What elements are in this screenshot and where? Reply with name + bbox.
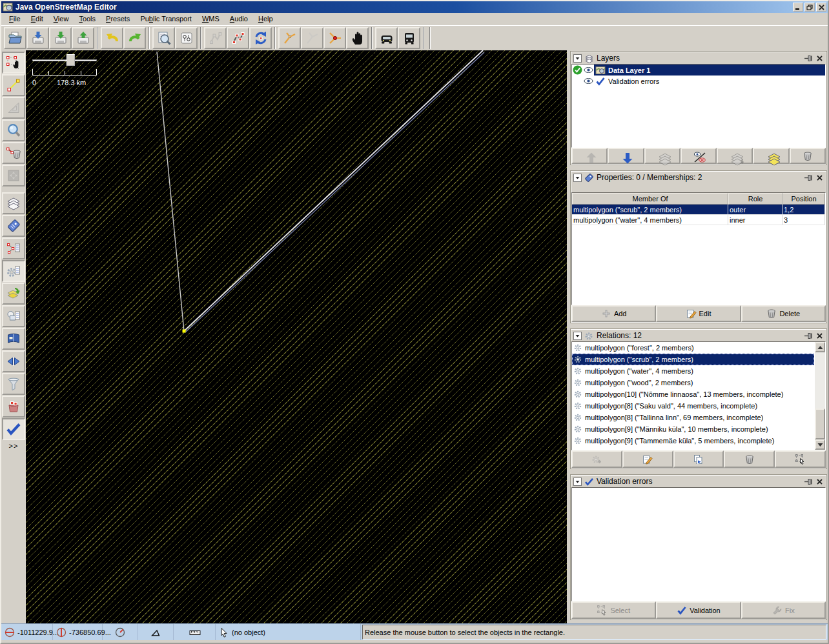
side-toolbar-more[interactable]: >> — [9, 442, 19, 450]
relation-delete-button[interactable] — [724, 450, 775, 468]
properties-dialog-button[interactable] — [2, 215, 25, 237]
menu-edit[interactable]: Edit — [26, 14, 48, 25]
column-header-position[interactable]: Position — [783, 193, 825, 205]
filter-dialog-button[interactable] — [2, 373, 25, 395]
menu-wms[interactable]: WMS — [197, 14, 225, 25]
public-transport-button[interactable] — [398, 27, 420, 49]
relation-select-button[interactable] — [775, 450, 826, 468]
layer-duplicate-button[interactable] — [753, 148, 789, 164]
column-header-role[interactable]: Role — [728, 193, 783, 205]
relation-item[interactable]: multipolygon[8] ("Tallinna linn", 69 mem… — [572, 412, 814, 423]
relation-duplicate-button[interactable] — [673, 450, 724, 468]
save-button[interactable] — [26, 27, 49, 49]
column-header-member-of[interactable]: Member Of — [572, 193, 728, 205]
relation-edit-button[interactable] — [622, 450, 673, 468]
relation-item[interactable]: multipolygon[9] ("Tammemäe küla", 5 memb… — [572, 435, 814, 447]
close-panel-icon[interactable] — [815, 54, 824, 63]
search-button[interactable] — [152, 27, 175, 49]
menu-file[interactable]: File — [4, 14, 26, 25]
close-panel-icon[interactable] — [815, 478, 824, 486]
commandstack-dialog-button[interactable] — [2, 283, 25, 305]
layer-visible-cell[interactable] — [583, 77, 594, 85]
layer-visibility-button[interactable] — [681, 148, 717, 164]
relation-item[interactable]: multipolygon[8] ("Saku vald", 44 members… — [572, 400, 814, 412]
pin-icon[interactable] — [804, 478, 813, 486]
create-multipolygon-button[interactable] — [227, 27, 249, 49]
selection-dialog-button[interactable] — [2, 237, 25, 259]
zoom-slider-handle[interactable] — [67, 54, 75, 66]
scrollbar-track[interactable] — [815, 352, 825, 439]
upload-button[interactable] — [72, 27, 94, 49]
map-zoom-slider[interactable] — [32, 54, 97, 66]
split-way-button[interactable] — [278, 27, 301, 49]
layer-row[interactable]: Validation errors — [572, 75, 825, 86]
car-routing-button[interactable] — [375, 27, 398, 49]
layer-label-cell[interactable]: Validation errors — [594, 75, 825, 86]
membership-row[interactable]: multipolygon ("water", 4 members)inner3 — [572, 215, 825, 225]
membership-row[interactable]: multipolygon ("scrub", 2 members)outer1,… — [572, 205, 825, 215]
menu-tools[interactable]: Tools — [74, 14, 101, 25]
search-results-dialog-button[interactable] — [2, 305, 25, 327]
restore-button[interactable] — [804, 3, 815, 12]
layer-label-cell[interactable]: Data Layer 1 — [594, 65, 825, 75]
relation-item[interactable]: multipolygon ("water", 4 members) — [572, 365, 814, 377]
menu-view[interactable]: View — [48, 14, 74, 25]
membership-cell: 1,2 — [783, 205, 825, 214]
membership-add-button[interactable]: Add — [571, 305, 656, 322]
close-button[interactable] — [816, 3, 826, 12]
zoom-tool-button[interactable] — [2, 119, 25, 141]
relation-item[interactable]: multipolygon[9] ("Männiku küla", 10 memb… — [572, 423, 814, 435]
undo-button[interactable] — [101, 27, 123, 49]
collapse-icon[interactable] — [573, 478, 582, 486]
collapse-icon[interactable] — [573, 54, 582, 63]
membership-delete-button[interactable]: Delete — [741, 305, 826, 322]
draw-node-tool-button[interactable] — [2, 74, 25, 96]
validator-dialog-button[interactable] — [2, 418, 25, 440]
collapse-icon[interactable] — [573, 332, 582, 340]
download-button[interactable] — [49, 27, 72, 49]
redo-button[interactable] — [123, 27, 146, 49]
scrollbar-thumb[interactable] — [815, 408, 825, 439]
relations-scrollbar[interactable] — [814, 342, 825, 450]
follow-line-button[interactable] — [346, 27, 369, 49]
restore-icon — [806, 5, 813, 10]
layer-visible-cell[interactable] — [583, 66, 594, 74]
conflicts-dialog-button[interactable] — [2, 350, 25, 372]
select-tool-button[interactable] — [2, 52, 25, 74]
scroll-down-button[interactable] — [815, 439, 825, 450]
layer-active-cell[interactable] — [572, 65, 583, 75]
relation-item[interactable]: multipolygon[10] ("Nõmme linnaosa", 13 m… — [572, 388, 814, 400]
minimize-button[interactable] — [793, 3, 803, 12]
menu-presets[interactable]: Presets — [101, 14, 135, 25]
layers-dialog-button[interactable] — [2, 192, 25, 214]
collapse-icon[interactable] — [573, 174, 582, 182]
update-multipolygon-button[interactable] — [249, 27, 272, 49]
scroll-up-button[interactable] — [815, 342, 825, 352]
pin-icon[interactable] — [804, 54, 813, 63]
menu-audio[interactable]: Audio — [225, 14, 253, 25]
menu-public-transport[interactable]: Public Transport — [135, 14, 197, 25]
open-button[interactable] — [4, 27, 26, 49]
layer-move-down-button[interactable] — [608, 148, 644, 164]
validation-run-button[interactable]: Validation — [656, 601, 741, 619]
layer-delete-button[interactable] — [790, 148, 826, 164]
map-canvas[interactable]: 0 178.3 km — [26, 50, 567, 623]
changesets-dialog-button[interactable] — [2, 396, 25, 418]
relation-item[interactable]: multipolygon ("forest", 2 members) — [572, 342, 814, 354]
pin-icon[interactable] — [804, 332, 813, 340]
relation-item[interactable]: multipolygon ("wood", 2 members) — [572, 377, 814, 388]
title-bar[interactable]: Java OpenStreetMap Editor — [1, 1, 828, 13]
membership-edit-button[interactable]: Edit — [656, 305, 741, 322]
menu-help[interactable]: Help — [253, 14, 278, 25]
relations-dialog-button[interactable] — [2, 260, 25, 282]
preferences-button[interactable] — [175, 27, 198, 49]
pin-icon[interactable] — [804, 174, 813, 182]
delete-tool-button[interactable] — [2, 142, 25, 164]
close-panel-icon[interactable] — [815, 174, 824, 182]
relation-item[interactable]: multipolygon ("scrub", 2 members) — [572, 354, 814, 365]
close-panel-icon[interactable] — [815, 332, 824, 340]
merge-nodes-button[interactable] — [323, 27, 346, 49]
relation-label: multipolygon ("water", 4 members) — [585, 367, 693, 375]
authors-dialog-button[interactable] — [2, 328, 25, 350]
layer-row[interactable]: Data Layer 1 — [572, 65, 825, 75]
